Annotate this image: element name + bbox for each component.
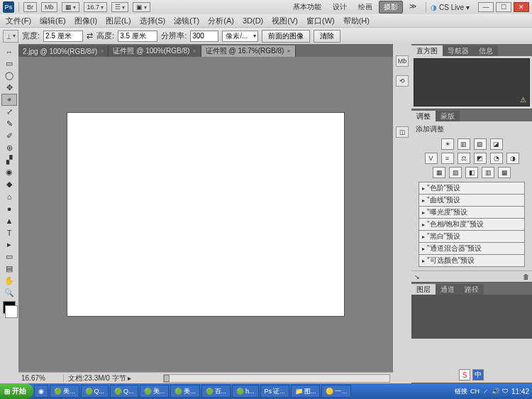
tool-blur[interactable]: ⌂ <box>1 190 17 202</box>
warning-icon[interactable]: ⚠ <box>520 96 526 104</box>
tab-navigator[interactable]: 导航器 <box>443 45 474 56</box>
tool-hand[interactable]: ✋ <box>1 275 17 287</box>
front-image-button[interactable]: 前面的图像 <box>262 30 310 43</box>
menu-filter[interactable]: 滤镜(T) <box>170 15 204 27</box>
taskbar-item[interactable]: 🟢美... <box>170 385 200 398</box>
taskbar-item[interactable]: 🟡一... <box>321 385 351 398</box>
width-input[interactable] <box>43 31 83 42</box>
crop-tool-icon[interactable]: ⟂ <box>3 30 18 43</box>
preset-levels[interactable]: "色阶"预设 <box>419 182 525 195</box>
adj-brightness[interactable]: ☀ <box>441 138 454 150</box>
preset-bw[interactable]: "黑白"预设 <box>419 230 525 243</box>
close-button[interactable]: ✕ <box>514 2 529 12</box>
adj-curves[interactable]: ▨ <box>474 138 487 150</box>
doc-tab-1[interactable]: 证件照 @ 100%(RGB/8)× <box>109 45 201 57</box>
doc-tab-2[interactable]: 证件照 @ 16.7%(RGB/8)× <box>201 45 296 57</box>
tool-eyedropper[interactable]: ⤢ <box>1 106 17 118</box>
tray-icon[interactable]: ⟋ <box>482 388 489 395</box>
bridge-button[interactable]: Br <box>23 2 37 12</box>
taskbar-item[interactable]: 🟢Q... <box>81 385 109 398</box>
resolution-input[interactable] <box>190 31 218 42</box>
tab-channels[interactable]: 通道 <box>436 284 460 295</box>
menu-window[interactable]: 窗口(W) <box>302 15 339 27</box>
resolution-unit-select[interactable]: 像素/... <box>222 31 258 42</box>
workspace-essentials[interactable]: 基本功能 <box>288 1 326 13</box>
close-icon[interactable]: × <box>100 48 104 55</box>
menu-image[interactable]: 图像(I) <box>70 15 101 27</box>
adj-huesat[interactable]: ≡ <box>441 153 454 164</box>
zoom-readout[interactable]: 16.67% <box>18 374 64 382</box>
tool-move[interactable]: ↔ <box>1 45 17 58</box>
menu-select[interactable]: 选择(S) <box>135 15 170 27</box>
taskbar-item[interactable]: ◉ <box>34 385 48 398</box>
adj-exposure[interactable]: ◪ <box>490 138 503 150</box>
tool-history[interactable]: ▞ <box>1 154 17 166</box>
minimize-button[interactable]: — <box>478 2 494 12</box>
tab-adjustments[interactable]: 调整 <box>411 111 436 121</box>
start-button[interactable]: ⊞开始 <box>0 383 33 399</box>
canvas[interactable] <box>67 113 344 316</box>
tab-layers[interactable]: 图层 <box>411 284 436 295</box>
preset-selectivecolor[interactable]: "可选颜色"预设 <box>419 254 525 267</box>
adj-channelmixer[interactable]: ◑ <box>506 153 519 164</box>
view-extras-dropdown[interactable]: ▦ <box>62 2 79 12</box>
tool-eraser[interactable]: ◉ <box>1 166 17 178</box>
taskbar-item[interactable]: 🟢美... <box>50 385 79 398</box>
canvas-viewport[interactable] <box>18 57 393 372</box>
tray-clock[interactable]: 11:42 <box>511 388 529 395</box>
swap-icon[interactable]: ⇄ <box>87 31 93 40</box>
adj-photofilter[interactable]: ◔ <box>490 153 503 164</box>
tab-histogram[interactable]: 直方图 <box>411 45 443 56</box>
ime-lang-icon[interactable]: 中 <box>472 369 484 381</box>
menu-file[interactable]: 文件(F) <box>1 15 35 27</box>
workspace-photography[interactable]: 摄影 <box>379 1 403 13</box>
maximize-button[interactable]: ☐ <box>496 2 511 12</box>
workspace-painting[interactable]: 绘画 <box>353 1 377 13</box>
close-icon[interactable]: × <box>287 48 290 55</box>
history-panel-icon[interactable]: ⟲ <box>396 75 409 87</box>
tab-info[interactable]: 信息 <box>474 45 498 56</box>
doc-info[interactable]: 文档:23.3M/0 字节 ▸ <box>64 373 163 383</box>
tool-dodge[interactable]: ● <box>1 202 17 214</box>
menu-layer[interactable]: 图层(L) <box>101 15 135 27</box>
tool-path[interactable]: ▸ <box>1 239 17 251</box>
tool-zoom[interactable]: 🔍 <box>1 287 17 299</box>
arrange-dropdown[interactable]: ☰ <box>111 2 128 12</box>
adj-threshold[interactable]: ◧ <box>465 167 478 178</box>
tool-3d[interactable]: ▤ <box>1 263 17 275</box>
adj-colorbalance[interactable]: ⚖ <box>458 153 470 164</box>
tray-links[interactable]: 链接 <box>455 387 467 396</box>
tray-lang[interactable]: CH <box>470 388 480 395</box>
tool-marquee[interactable]: ▭ <box>1 58 17 70</box>
minibridge-button[interactable]: Mb <box>41 2 57 12</box>
preset-huesat[interactable]: "色相/饱和度"预设 <box>419 218 525 231</box>
doc-tab-0[interactable]: 2.jpg @ 100%(RGB/8#)× <box>18 45 109 57</box>
cslive-button[interactable]: ◑CS Live▾ <box>431 4 470 11</box>
tool-stamp[interactable]: ⊛ <box>1 142 17 154</box>
close-icon[interactable]: × <box>192 48 196 55</box>
tool-quickselect[interactable]: ✥ <box>1 82 17 94</box>
tab-masks[interactable]: 蒙版 <box>436 111 460 121</box>
preset-channelmixer[interactable]: "通道混合器"预设 <box>419 242 525 255</box>
hscrollbar[interactable] <box>163 374 390 383</box>
adj-vibrance[interactable]: V <box>425 153 438 164</box>
clear-button[interactable]: 清除 <box>314 30 340 43</box>
adj-gradientmap[interactable]: ▥ <box>482 167 494 178</box>
taskbar-item[interactable]: 🟢百... <box>201 385 231 398</box>
adj-invert[interactable]: ▦ <box>433 167 445 178</box>
menu-3d[interactable]: 3D(D) <box>238 16 267 26</box>
tool-healing[interactable]: ✎ <box>1 118 17 130</box>
tool-crop[interactable]: ⌖ <box>1 94 17 106</box>
swatches-panel-icon[interactable]: ◫ <box>396 126 409 138</box>
tool-brush[interactable]: ✐ <box>1 130 17 142</box>
tray-icon[interactable]: 🛡 <box>502 388 509 395</box>
preset-curves[interactable]: "曲线"预设 <box>419 194 525 207</box>
menu-view[interactable]: 视图(V) <box>267 15 302 27</box>
zoom-level-dropdown[interactable]: 16.7 <box>84 2 108 12</box>
taskbar-item[interactable]: 📁图... <box>291 385 321 398</box>
adj-bw[interactable]: ◩ <box>474 153 487 164</box>
preset-exposure[interactable]: "曝光度"预设 <box>419 206 525 219</box>
panel-expand-icon[interactable]: ↘ <box>414 273 420 280</box>
workspace-more[interactable]: ≫ <box>404 1 421 13</box>
adj-posterize[interactable]: ▨ <box>449 167 462 178</box>
